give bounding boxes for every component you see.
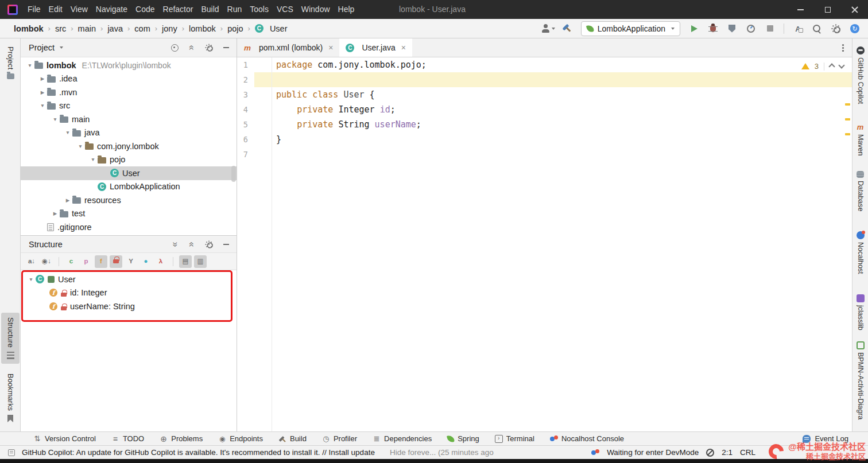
chevron-expanded-icon[interactable]	[63, 130, 72, 135]
toolwindow-button-todo[interactable]: TODO	[111, 434, 144, 443]
breadcrumb-com[interactable]: com	[134, 24, 150, 33]
menu-view[interactable]: View	[67, 0, 92, 19]
warning-stripe-mark[interactable]	[845, 118, 850, 120]
project-item-idea[interactable]: .idea	[21, 72, 237, 86]
stop-button[interactable]	[762, 21, 777, 36]
debug-button[interactable]	[706, 21, 720, 36]
project-item-mvn[interactable]: .mvn	[21, 85, 237, 99]
coverage-button[interactable]	[724, 21, 739, 36]
project-item-lombok[interactable]: lombokE:\TLWork\plugin\lombok	[21, 59, 237, 72]
toolwindow-button-problems[interactable]: Problems	[160, 434, 203, 443]
code-editor[interactable]: 1package com.jony.lombok.pojo;23public c…	[237, 57, 852, 431]
settings-button[interactable]	[828, 21, 843, 36]
project-item-resources[interactable]: resources	[21, 193, 237, 207]
project-item-test[interactable]: test	[21, 207, 237, 221]
code-line[interactable]: 5 private String userName;	[237, 117, 852, 132]
menu-tools[interactable]: Tools	[246, 0, 273, 19]
toolwindow-button-version-control[interactable]: Version Control	[33, 434, 96, 443]
line-number[interactable]: 2	[237, 72, 254, 87]
stripe-button-nocalhost[interactable]: Nocalhost	[852, 231, 868, 274]
menu-refactor[interactable]: Refactor	[159, 0, 197, 19]
chevron-expanded-icon[interactable]	[76, 144, 85, 149]
devmode-status[interactable]: Waiting for enter DevMode	[607, 448, 699, 457]
stripe-button-database[interactable]: Database	[852, 171, 868, 212]
chevron-collapsed-icon[interactable]	[63, 198, 72, 203]
structure-item-id-integer[interactable]: id: Integer	[21, 286, 237, 300]
collapse-all-button[interactable]	[185, 238, 199, 251]
stripe-button-project[interactable]: Project	[1, 42, 20, 84]
status-hide-link[interactable]: Hide foreve... (25 minutes ago	[390, 448, 494, 457]
breadcrumb-user[interactable]: User	[255, 24, 288, 33]
editor-options-kebab-icon[interactable]	[842, 47, 844, 49]
sort-by-visibility-button[interactable]: ◉↓	[40, 255, 53, 268]
chevron-expanded-icon[interactable]	[25, 63, 34, 68]
status-widget-icon[interactable]	[8, 449, 15, 456]
breadcrumb-main[interactable]: main	[78, 24, 96, 33]
code-line[interactable]: 2	[237, 72, 852, 87]
project-item-main[interactable]: main	[21, 112, 237, 126]
breadcrumb-lombok[interactable]: lombok	[14, 24, 44, 33]
toolwindow-button-nocalhost-console[interactable]: Nocalhost Console	[550, 434, 624, 443]
previous-warning-icon[interactable]	[828, 63, 835, 69]
tab-user-java[interactable]: User.java	[339, 38, 412, 57]
line-number[interactable]: 6	[237, 132, 254, 147]
stripe-button-bookmarks[interactable]: Bookmarks	[1, 369, 20, 427]
line-number[interactable]: 7	[237, 147, 254, 162]
breadcrumb-java[interactable]: java	[107, 24, 123, 33]
hide-structure-panel-button[interactable]	[219, 238, 233, 251]
show-non-public-button[interactable]	[110, 255, 122, 268]
tab-pom-xml-lombok[interactable]: pom.xml (lombok)	[237, 38, 339, 57]
toolwindow-button-build[interactable]: Build	[278, 434, 307, 443]
scrollbar-thumb[interactable]	[231, 166, 236, 182]
no-entry-icon[interactable]	[706, 449, 714, 457]
project-settings-button[interactable]	[202, 41, 216, 55]
show-interfaces-button[interactable]: ●	[140, 255, 152, 268]
caret-position[interactable]: 2:1	[722, 448, 733, 457]
run-configuration-select[interactable]: LombokApplication	[581, 21, 680, 36]
menu-build[interactable]: Build	[197, 0, 223, 19]
show-properties-button[interactable]: p	[80, 255, 92, 268]
line-number[interactable]: 4	[237, 102, 254, 117]
user-account-button[interactable]	[541, 21, 556, 36]
code-line[interactable]: 4 private Integer id;	[237, 102, 852, 117]
minimize-button[interactable]	[787, 0, 814, 19]
stripe-button-maven[interactable]: Maven	[852, 123, 868, 156]
code-line[interactable]: 7	[237, 147, 852, 162]
intellij-logo-icon[interactable]	[7, 5, 18, 15]
chevron-collapsed-icon[interactable]	[38, 90, 47, 95]
menu-edit[interactable]: Edit	[45, 0, 67, 19]
stripe-button-structure[interactable]: Structure	[1, 313, 20, 364]
menu-navigate[interactable]: Navigate	[92, 0, 131, 19]
menu-file[interactable]: File	[24, 0, 45, 19]
show-fields-button[interactable]: f	[95, 255, 107, 268]
menu-code[interactable]: Code	[131, 0, 158, 19]
breadcrumb-lombok[interactable]: lombok	[189, 24, 216, 33]
chevron-expanded-icon[interactable]	[26, 277, 36, 282]
chevron-expanded-icon[interactable]	[38, 103, 47, 108]
chevron-expanded-icon[interactable]	[51, 117, 60, 122]
build-project-button[interactable]	[560, 21, 575, 36]
show-anonymous-classes-button[interactable]: c	[65, 255, 78, 268]
menu-vcs[interactable]: VCS	[273, 0, 297, 19]
toolwindow-button-dependencies[interactable]: Dependencies	[373, 434, 432, 443]
next-warning-icon[interactable]	[838, 62, 844, 68]
project-panel-title[interactable]: Project	[29, 43, 55, 52]
collapse-all-button[interactable]	[185, 41, 199, 55]
project-item-user[interactable]: User	[21, 166, 237, 180]
locate-file-button[interactable]	[168, 41, 181, 55]
profiler-button[interactable]	[743, 21, 758, 36]
show-inherited-button[interactable]: Y	[125, 255, 137, 268]
code-line[interactable]: 6}	[237, 132, 852, 147]
run-button[interactable]	[687, 21, 702, 36]
menu-run[interactable]: Run	[223, 0, 246, 19]
warning-stripe-mark[interactable]	[845, 103, 850, 106]
hide-project-panel-button[interactable]	[219, 41, 233, 55]
chevron-collapsed-icon[interactable]	[38, 76, 47, 81]
project-item-gitignore[interactable]: .gitignore	[21, 220, 237, 234]
toolwindow-button-terminal[interactable]: Terminal	[495, 434, 534, 443]
event-log-button[interactable]: Event Log	[803, 434, 848, 443]
line-number[interactable]: 1	[237, 57, 254, 72]
chevron-collapsed-icon[interactable]	[51, 211, 60, 216]
expand-all-button[interactable]	[168, 238, 181, 251]
project-item-com-jony-lombok[interactable]: com.jony.lombok	[21, 139, 237, 153]
